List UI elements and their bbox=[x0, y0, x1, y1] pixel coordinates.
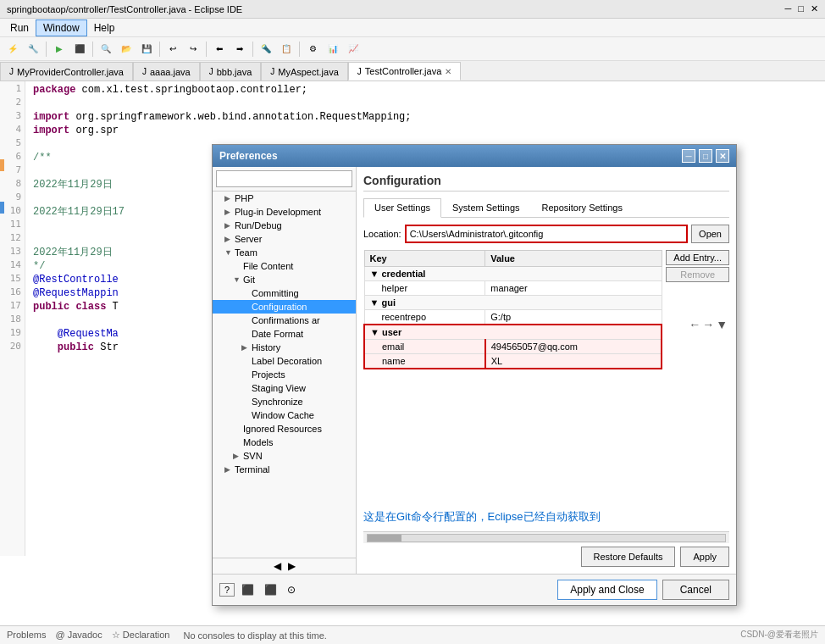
remove-button[interactable]: Remove bbox=[666, 267, 729, 282]
tree-arrow-plugin: ▶ bbox=[224, 208, 233, 216]
table-scroll-area: Key Value ▼ credential bbox=[363, 250, 662, 502]
bottom-help-icons: ? ⬛ ⬛ ⊙ bbox=[219, 583, 299, 597]
tree-label-ignoredresources: Ignored Resources bbox=[243, 424, 322, 434]
dialog-footer: ? ⬛ ⬛ ⊙ Apply and Close Cancel bbox=[213, 574, 736, 605]
tree-search-input[interactable] bbox=[216, 170, 352, 187]
help-icon[interactable]: ? bbox=[219, 583, 235, 597]
circle-icon[interactable]: ⊙ bbox=[284, 583, 299, 597]
row-user-email-key: email bbox=[364, 340, 485, 354]
tree-label-synchronize: Synchronize bbox=[252, 397, 303, 407]
col-key: Key bbox=[364, 251, 485, 267]
tree-item-rundebug[interactable]: ▶ Run/Debug bbox=[213, 219, 356, 232]
nav-forward-btn[interactable]: → bbox=[702, 318, 714, 331]
tree-item-committing[interactable]: Committing bbox=[213, 286, 356, 300]
dialog-maximize-btn[interactable]: □ bbox=[699, 149, 712, 163]
scroll-track[interactable] bbox=[367, 534, 726, 542]
table-header-row: Key Value bbox=[364, 251, 662, 267]
table-row-name[interactable]: name XL bbox=[364, 354, 662, 369]
location-input[interactable] bbox=[405, 225, 688, 243]
tree-arrow-server: ▶ bbox=[224, 235, 233, 243]
dialog-close-btn[interactable]: ✕ bbox=[716, 149, 729, 163]
cancel-button[interactable]: Cancel bbox=[662, 580, 729, 600]
tree-label-projects: Projects bbox=[252, 369, 285, 380]
tree-label-team: Team bbox=[235, 247, 257, 258]
back-icon[interactable]: ⬛ bbox=[238, 583, 257, 597]
tree-item-models[interactable]: Models bbox=[213, 436, 356, 449]
tree-item-git[interactable]: ▼ Git bbox=[213, 273, 356, 286]
tree-item-confirmations[interactable]: Confirmations ar bbox=[213, 314, 356, 327]
table-row[interactable]: recentrepo G:/tp bbox=[364, 310, 662, 325]
open-button[interactable]: Open bbox=[691, 225, 729, 243]
dialog-titlebar: Preferences ─ □ ✕ bbox=[213, 145, 736, 167]
tree-item-terminal[interactable]: ▶ Terminal bbox=[213, 463, 356, 476]
tree-arrow-php: ▶ bbox=[224, 194, 233, 203]
scroll-thumb[interactable] bbox=[368, 535, 401, 541]
tree-item-dateformat[interactable]: Date Format bbox=[213, 327, 356, 341]
tree-label-models: Models bbox=[243, 437, 273, 447]
horiz-scroll[interactable] bbox=[363, 531, 729, 543]
tree-item-svn[interactable]: ▶ SVN bbox=[213, 449, 356, 463]
tree-item-ignoredresources[interactable]: Ignored Resources bbox=[213, 422, 356, 436]
tree-label-svn: SVN bbox=[243, 451, 263, 461]
nav-back-btn[interactable]: ← bbox=[689, 318, 700, 331]
tree-item-history[interactable]: ▶ History bbox=[213, 341, 356, 354]
tree-item-php[interactable]: ▶ PHP bbox=[213, 192, 356, 205]
table-row-email[interactable]: email 494565057@qq.com bbox=[364, 340, 662, 354]
section-gui: ▼ gui bbox=[364, 296, 662, 310]
tree-arrow-team: ▼ bbox=[224, 248, 233, 257]
nav-arrows: ← → ▼ bbox=[689, 318, 728, 331]
nav-dropdown-btn[interactable]: ▼ bbox=[716, 318, 728, 331]
tree-item-plugin[interactable]: ▶ Plug-in Development bbox=[213, 205, 356, 219]
tree-arrow-rundebug: ▶ bbox=[224, 221, 233, 230]
tree-label-php: PHP bbox=[235, 193, 254, 203]
tree-arrow-terminal: ▶ bbox=[224, 465, 233, 474]
apply-and-close-button[interactable]: Apply and Close bbox=[557, 580, 656, 600]
tree-scroll-left[interactable]: ◀ bbox=[270, 560, 285, 572]
forward-icon[interactable]: ⬛ bbox=[261, 583, 280, 597]
tab-user-settings[interactable]: User Settings bbox=[363, 198, 441, 218]
location-row: Location: Open bbox=[363, 225, 729, 243]
row-credential-helper-value: manager bbox=[485, 281, 662, 296]
tree-item-projects[interactable]: Projects bbox=[213, 368, 356, 381]
restore-defaults-button[interactable]: Restore Defaults bbox=[581, 547, 676, 567]
tree-item-windowcache[interactable]: Window Cache bbox=[213, 408, 356, 422]
dialog-overlay: Preferences ─ □ ✕ ▶ PHP bbox=[0, 0, 825, 644]
row-user-name-key: name bbox=[364, 354, 485, 369]
dialog-tabs: User Settings System Settings Repository… bbox=[363, 198, 729, 218]
tab-repository-settings[interactable]: Repository Settings bbox=[531, 198, 634, 217]
tree-item-labeldecoration[interactable]: Label Decoration bbox=[213, 354, 356, 368]
col-value: Value bbox=[485, 251, 662, 267]
tree-label-committing: Committing bbox=[252, 288, 299, 298]
bottom-action-btns: Apply and Close Cancel bbox=[557, 580, 729, 600]
preferences-dialog: Preferences ─ □ ✕ ▶ PHP bbox=[212, 144, 737, 606]
tree-scroll-btns: ◀ ▶ bbox=[213, 558, 356, 574]
tree-label-server: Server bbox=[235, 234, 262, 244]
tab-system-settings[interactable]: System Settings bbox=[441, 198, 530, 217]
tree-search-area bbox=[213, 167, 356, 192]
dialog-controls: ─ □ ✕ bbox=[682, 149, 729, 163]
tree-label-dateformat: Date Format bbox=[252, 329, 303, 339]
tree-label-history: History bbox=[252, 342, 280, 353]
tree-arrow-git: ▼ bbox=[233, 275, 241, 284]
tree-item-configuration[interactable]: Configuration bbox=[213, 300, 356, 314]
eclipse-ide: springbootaop/controller/TestController.… bbox=[0, 0, 825, 644]
tree-item-stagingview[interactable]: Staging View bbox=[213, 381, 356, 395]
tree-label-stagingview: Staging View bbox=[252, 383, 306, 393]
table-row[interactable]: helper manager bbox=[364, 281, 662, 296]
section-gui-label: ▼ gui bbox=[364, 296, 662, 310]
row-gui-recentrepo-key: recentrepo bbox=[364, 310, 485, 325]
section-user: ▼ user bbox=[364, 325, 662, 340]
tree-item-team[interactable]: ▼ Team bbox=[213, 246, 356, 259]
tree-label-filecontent: File Content bbox=[243, 261, 293, 271]
tree-label-labeldecoration: Label Decoration bbox=[252, 356, 322, 366]
dialog-minimize-btn[interactable]: ─ bbox=[682, 149, 695, 163]
tree-item-filecontent[interactable]: File Content bbox=[213, 259, 356, 273]
tree-scroll-right[interactable]: ▶ bbox=[285, 560, 299, 572]
apply-button[interactable]: Apply bbox=[680, 547, 729, 567]
add-entry-button[interactable]: Add Entry... bbox=[666, 250, 729, 265]
right-panel: Configuration ← → ▼ User Settings System… bbox=[357, 167, 736, 574]
tree-item-server[interactable]: ▶ Server bbox=[213, 232, 356, 246]
restore-apply-row: Restore Defaults Apply bbox=[363, 547, 729, 567]
row-user-email-value: 494565057@qq.com bbox=[485, 340, 662, 354]
tree-item-synchronize[interactable]: Synchronize bbox=[213, 395, 356, 408]
